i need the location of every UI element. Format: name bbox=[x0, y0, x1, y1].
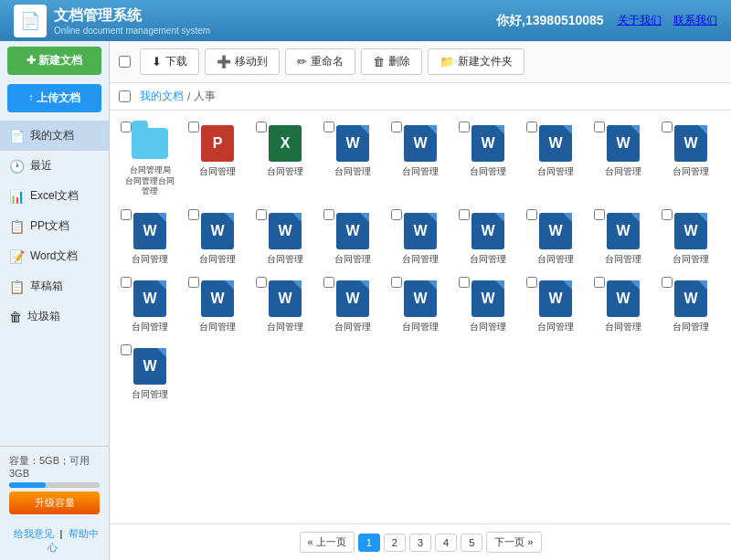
upload-doc-button[interactable]: ↑ 上传文档 bbox=[7, 84, 101, 112]
breadcrumb: 我的文档 / 人事 bbox=[110, 83, 731, 111]
sidebar: ✚ 新建文档 ↑ 上传文档 📄 我的文档 🕐 最近 📊 Excel文档 📋 PP… bbox=[0, 41, 110, 560]
list-item[interactable]: 台同管理局台同管理台同管理 bbox=[119, 120, 181, 202]
page-1-button[interactable]: 1 bbox=[358, 534, 380, 552]
file-name: 台同管理 bbox=[334, 253, 371, 265]
contact-link[interactable]: 联系我们 bbox=[673, 14, 717, 26]
file-checkbox[interactable] bbox=[323, 277, 334, 288]
list-item[interactable]: W 台同管理 bbox=[322, 207, 384, 269]
list-item[interactable]: W 台同管理 bbox=[457, 120, 519, 202]
breadcrumb-separator: / bbox=[187, 90, 190, 103]
new-doc-button[interactable]: ✚ 新建文档 bbox=[7, 47, 101, 75]
file-checkbox[interactable] bbox=[121, 122, 132, 132]
list-item[interactable]: W 台同管理 bbox=[660, 207, 722, 269]
list-item[interactable]: W 台同管理 bbox=[660, 275, 722, 337]
sidebar-item-trash[interactable]: 🗑 垃圾箱 bbox=[0, 301, 109, 332]
help-link[interactable]: 帮助中心 bbox=[48, 528, 99, 553]
excel-icon-nav: 📊 bbox=[9, 189, 25, 204]
file-checkbox[interactable] bbox=[594, 209, 605, 220]
word-file-icon: W bbox=[133, 280, 166, 317]
page-3-button[interactable]: 3 bbox=[409, 534, 431, 552]
word-file-icon: W bbox=[539, 280, 572, 317]
list-item[interactable]: W 台同管理 bbox=[322, 120, 384, 202]
sidebar-item-word[interactable]: 📝 Word文档 bbox=[0, 241, 109, 271]
about-link[interactable]: 关于我们 bbox=[618, 14, 662, 26]
list-item[interactable]: W 台同管理 bbox=[457, 275, 519, 337]
file-checkbox[interactable] bbox=[459, 209, 470, 220]
file-checkbox[interactable] bbox=[594, 277, 605, 288]
file-checkbox[interactable] bbox=[391, 209, 402, 220]
sidebar-item-excel[interactable]: 📊 Excel文档 bbox=[0, 181, 109, 211]
list-item[interactable]: W 台同管理 bbox=[524, 275, 587, 337]
file-checkbox[interactable] bbox=[459, 122, 470, 132]
list-item[interactable]: X 台同管理 bbox=[254, 120, 316, 202]
list-item[interactable]: W 台同管理 bbox=[524, 120, 587, 202]
file-checkbox[interactable] bbox=[188, 209, 199, 220]
word-file-icon: W bbox=[336, 280, 369, 317]
file-checkbox[interactable] bbox=[662, 122, 673, 132]
word-file-icon: W bbox=[674, 280, 707, 317]
sidebar-item-my-docs[interactable]: 📄 我的文档 bbox=[0, 121, 109, 151]
list-item[interactable]: W 台同管理 bbox=[186, 275, 249, 337]
delete-button[interactable]: 🗑 删除 bbox=[361, 48, 422, 75]
list-item[interactable]: W 台同管理 bbox=[592, 120, 654, 202]
sidebar-item-drafts[interactable]: 📋 草稿箱 bbox=[0, 271, 109, 301]
list-item[interactable]: W 台同管理 bbox=[119, 207, 181, 269]
storage-bar-fill bbox=[9, 482, 46, 488]
sidebar-footer: 给我意见 | 帮助中心 bbox=[0, 522, 109, 560]
page-5-button[interactable]: 5 bbox=[461, 534, 482, 552]
prev-page-button[interactable]: « 上一页 bbox=[300, 532, 355, 553]
breadcrumb-checkbox[interactable] bbox=[119, 90, 131, 102]
file-checkbox[interactable] bbox=[256, 209, 267, 220]
file-checkbox[interactable] bbox=[323, 209, 334, 220]
list-item[interactable]: W 台同管理 bbox=[389, 275, 451, 337]
list-item[interactable]: W 台同管理 bbox=[389, 120, 451, 202]
list-item[interactable]: P 台同管理 bbox=[186, 120, 249, 202]
file-checkbox[interactable] bbox=[526, 122, 537, 132]
rename-button[interactable]: ✏ 重命名 bbox=[285, 48, 355, 75]
file-checkbox[interactable] bbox=[662, 209, 673, 220]
next-page-button[interactable]: 下一页 » bbox=[486, 532, 541, 553]
page-4-button[interactable]: 4 bbox=[435, 534, 457, 552]
file-checkbox[interactable] bbox=[323, 122, 334, 132]
file-name: 台同管理 bbox=[673, 321, 709, 333]
file-checkbox[interactable] bbox=[256, 122, 267, 132]
feedback-link[interactable]: 给我意见 bbox=[14, 528, 54, 539]
list-item[interactable]: W 台同管理 bbox=[254, 275, 316, 337]
upgrade-button[interactable]: 升级容量 bbox=[9, 491, 100, 514]
header-links: 关于我们 联系我们 bbox=[618, 13, 717, 28]
file-checkbox[interactable] bbox=[391, 122, 402, 132]
list-item[interactable]: W 台同管理 bbox=[457, 207, 519, 269]
file-checkbox[interactable] bbox=[526, 209, 537, 220]
new-folder-button[interactable]: 📁 新建文件夹 bbox=[428, 48, 524, 75]
list-item[interactable]: W 台同管理 bbox=[389, 207, 451, 269]
file-checkbox[interactable] bbox=[121, 344, 132, 355]
file-checkbox[interactable] bbox=[188, 122, 199, 132]
file-checkbox[interactable] bbox=[188, 277, 199, 288]
file-checkbox[interactable] bbox=[121, 277, 132, 288]
sidebar-item-ppt[interactable]: 📋 PPt文档 bbox=[0, 211, 109, 241]
file-checkbox[interactable] bbox=[526, 277, 537, 288]
breadcrumb-root[interactable]: 我的文档 bbox=[140, 89, 184, 104]
file-checkbox[interactable] bbox=[256, 277, 267, 288]
file-checkbox[interactable] bbox=[459, 277, 470, 288]
move-button[interactable]: ➕ 移动到 bbox=[205, 48, 280, 75]
select-all-checkbox[interactable] bbox=[119, 56, 131, 68]
list-item[interactable]: W 台同管理 bbox=[186, 207, 249, 269]
list-item[interactable]: W 台同管理 bbox=[660, 120, 722, 202]
file-checkbox[interactable] bbox=[594, 122, 605, 132]
list-item[interactable]: W 台同管理 bbox=[322, 275, 384, 337]
list-item[interactable]: W 台同管理 bbox=[592, 275, 654, 337]
excel-label: Excel文档 bbox=[30, 188, 79, 204]
list-item[interactable]: W 台同管理 bbox=[524, 207, 587, 269]
sidebar-item-recent[interactable]: 🕐 最近 bbox=[0, 151, 109, 181]
file-checkbox[interactable] bbox=[662, 277, 673, 288]
file-checkbox[interactable] bbox=[391, 277, 402, 288]
list-item[interactable]: W 台同管理 bbox=[119, 343, 181, 405]
list-item[interactable]: W 台同管理 bbox=[119, 275, 181, 337]
page-2-button[interactable]: 2 bbox=[384, 534, 406, 552]
download-button[interactable]: ⬇ 下载 bbox=[140, 48, 199, 75]
list-item[interactable]: W 台同管理 bbox=[592, 207, 654, 269]
file-checkbox[interactable] bbox=[121, 209, 132, 220]
word-label: Word文档 bbox=[30, 248, 78, 264]
list-item[interactable]: W 台同管理 bbox=[254, 207, 316, 269]
